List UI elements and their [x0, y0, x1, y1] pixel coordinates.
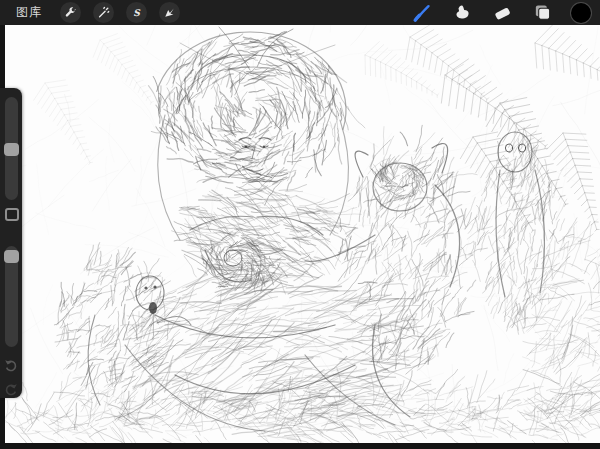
drawing-canvas[interactable]	[5, 25, 600, 443]
gallery-button[interactable]: 图库	[16, 4, 42, 21]
selection-button[interactable]: S	[126, 2, 147, 23]
adjustments-button[interactable]	[93, 2, 114, 23]
magic-wand-icon	[97, 6, 110, 19]
undo-arrow-icon	[4, 358, 18, 372]
eraser-icon	[493, 3, 512, 22]
toolbar-left-group: 图库 S	[16, 2, 180, 23]
actions-button[interactable]	[60, 2, 81, 23]
finger-icon	[453, 3, 472, 22]
brush-size-slider[interactable]	[5, 97, 18, 200]
canvas-area	[5, 25, 600, 443]
redo-button[interactable]	[4, 382, 18, 396]
brush-size-handle[interactable]	[4, 143, 19, 156]
transform-button[interactable]	[159, 2, 180, 23]
s-curve-icon: S	[130, 6, 143, 19]
brush-sidebar	[0, 88, 22, 398]
svg-text:S: S	[133, 7, 141, 18]
layers-icon	[533, 3, 552, 22]
smudge-tool-button[interactable]	[451, 2, 473, 24]
color-swatch-button[interactable]	[571, 3, 591, 23]
cursor-arrow-icon	[163, 6, 176, 19]
layers-button[interactable]	[531, 2, 553, 24]
undo-button[interactable]	[4, 358, 18, 372]
paint-tool-button[interactable]	[411, 2, 433, 24]
toolbar-right-group	[393, 2, 591, 24]
opacity-slider[interactable]	[5, 246, 18, 347]
top-toolbar: 图库 S	[0, 0, 600, 25]
modify-button[interactable]	[5, 208, 19, 221]
brush-stroke-icon	[412, 3, 432, 23]
redo-arrow-icon	[4, 382, 18, 396]
opacity-handle[interactable]	[4, 250, 19, 263]
wrench-icon	[64, 6, 77, 19]
erase-tool-button[interactable]	[491, 2, 513, 24]
